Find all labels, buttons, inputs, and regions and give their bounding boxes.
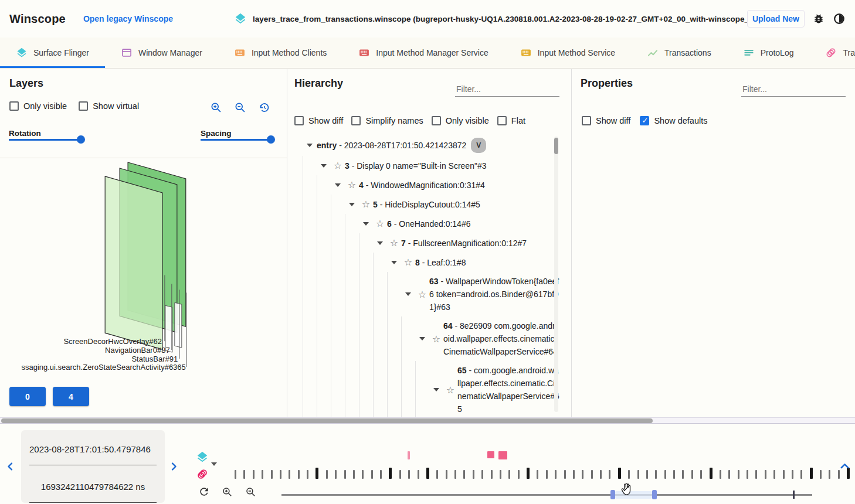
hierarchy-node[interactable]: ☆ 65 - com.google.android.wallpaper.effe… [303,361,563,417]
frame-tick[interactable] [454,470,456,479]
frame-tick[interactable] [637,470,639,479]
frame-tick[interactable] [253,470,255,479]
pin-star-icon[interactable]: ☆ [359,199,373,210]
frame-tick[interactable] [728,470,730,479]
frame-tick[interactable] [591,470,593,479]
frame-tick[interactable] [691,470,693,479]
zoom-out-icon[interactable] [234,101,246,114]
pin-star-icon[interactable]: ☆ [429,333,443,345]
layers-checkbox[interactable]: Show virtual [79,101,139,111]
tab-transactions[interactable]: Transactions [631,38,727,68]
tab-window-manager[interactable]: Window Manager [105,38,218,68]
pin-star-icon[interactable]: ☆ [443,384,457,396]
zoom-in-icon[interactable] [210,101,222,114]
frame-tick[interactable] [800,470,802,479]
hierarchy-node[interactable]: ☆ 64 - 8e26909 com.google.android.wallpa… [303,316,563,361]
pin-star-icon[interactable]: ☆ [415,289,429,300]
frame-tick[interactable] [792,470,793,479]
hierarchy-node[interactable]: ☆ 3 - Display 0 name="Built-in Screen"#3 [303,156,563,175]
horizontal-scrollbar[interactable] [0,417,855,424]
collapse-caret-icon[interactable] [331,183,345,187]
timeline-ticks[interactable] [235,467,850,479]
pin-star-icon[interactable]: ☆ [387,237,401,248]
collapse-caret-icon[interactable] [345,203,359,206]
frame-tick[interactable] [810,468,813,479]
frame-tick[interactable] [755,470,757,479]
hierarchy-node[interactable]: ☆ 8 - Leaf:0:1#8 [303,253,563,272]
pin-star-icon[interactable]: ☆ [345,179,359,190]
frame-tick[interactable] [436,470,438,479]
collapse-caret-icon[interactable] [387,261,401,264]
frame-tick[interactable] [371,470,373,479]
frame-tick[interactable] [326,470,328,479]
slider-thumb[interactable] [267,135,275,144]
dark-mode-icon[interactable] [833,12,846,25]
range-handle-left[interactable] [610,490,615,499]
checkbox-box[interactable] [432,116,441,125]
frame-tick[interactable] [618,468,621,479]
layers-checkbox[interactable]: Only visible [9,101,67,111]
rect-id-button[interactable]: 4 [53,387,89,406]
frame-tick[interactable] [609,470,610,479]
frame-tick[interactable] [307,470,308,479]
tab-protolog[interactable]: ProtoLog [727,38,810,68]
frame-tick[interactable] [527,468,530,479]
frame-tick[interactable] [446,470,447,479]
frame-tick[interactable] [344,470,346,479]
frame-tick[interactable] [600,470,602,479]
transitions-trace-icon[interactable] [196,468,209,481]
pin-star-icon[interactable]: ☆ [373,218,387,229]
checkbox-box[interactable] [294,116,304,125]
tab-input-method-clients[interactable]: Input Method Clients [218,38,342,68]
range-handle-right[interactable] [652,490,657,499]
properties-checkbox[interactable]: Show diff [582,116,630,125]
tab-input-method-manager-service[interactable]: Input Method Manager Service [342,38,504,68]
checkbox-box[interactable] [640,116,649,125]
frame-tick[interactable] [418,470,419,479]
rect-id-button[interactable]: 0 [9,387,46,406]
hierarchy-node[interactable]: ☆ 4 - WindowedMagnification:0:31#4 [303,175,563,195]
timeline-zoom-slider[interactable] [0,489,855,500]
frame-tick[interactable] [243,470,245,479]
collapse-caret-icon[interactable] [415,337,429,340]
frame-tick[interactable] [408,470,410,479]
next-entry-button[interactable] [167,459,181,474]
collapse-caret-icon[interactable] [303,144,317,147]
frame-tick[interactable] [720,470,721,479]
checkbox-box[interactable] [351,116,361,125]
frame-tick[interactable] [500,470,501,479]
frame-tick[interactable] [555,470,557,479]
tab-transitions[interactable]: Transitions [809,38,855,68]
transition-event-marker[interactable] [487,451,494,458]
frame-tick[interactable] [628,470,630,479]
frame-tick[interactable] [673,470,675,479]
frame-tick[interactable] [573,470,575,479]
frame-tick[interactable] [518,470,520,479]
frame-tick[interactable] [362,470,364,479]
frame-tick[interactable] [426,468,429,479]
tab-input-method-service[interactable]: Input Method Service [504,38,631,68]
frame-tick[interactable] [271,470,273,479]
collapse-caret-icon[interactable] [359,222,373,226]
spacing-slider[interactable] [201,135,273,144]
tab-surface-flinger[interactable]: Surface Flinger [0,38,105,68]
frame-tick[interactable] [820,470,822,479]
hierarchy-node[interactable]: ☆ 6 - OneHanded:0:14#6 [303,214,563,233]
transition-event-marker[interactable] [498,451,507,459]
frame-tick[interactable] [537,470,538,479]
checkbox-box[interactable] [497,116,507,125]
collapse-caret-icon[interactable] [373,241,387,245]
properties-checkbox[interactable]: Show defaults [640,116,707,125]
frame-tick[interactable] [399,470,401,479]
frame-tick[interactable] [700,470,702,479]
frame-tick[interactable] [664,470,666,479]
collapse-caret-icon[interactable] [429,388,443,391]
frame-tick[interactable] [298,470,300,479]
pin-star-icon[interactable]: ☆ [331,160,345,171]
collapse-caret-icon[interactable] [401,292,415,296]
frame-tick[interactable] [564,470,566,479]
frame-tick[interactable] [765,470,766,479]
hierarchy-filter-input[interactable] [455,82,559,97]
frame-tick[interactable] [235,470,236,479]
frame-tick[interactable] [582,470,583,479]
